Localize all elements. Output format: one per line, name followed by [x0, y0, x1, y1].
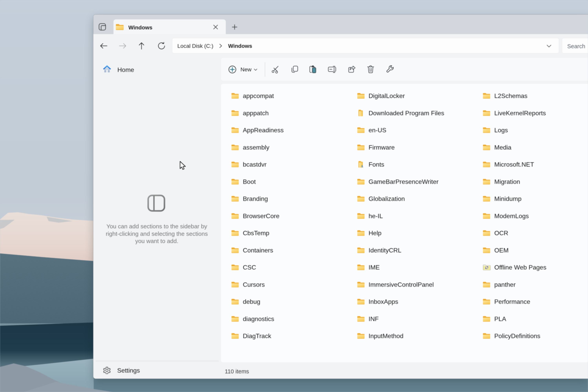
svg-text:A: A [361, 164, 363, 168]
